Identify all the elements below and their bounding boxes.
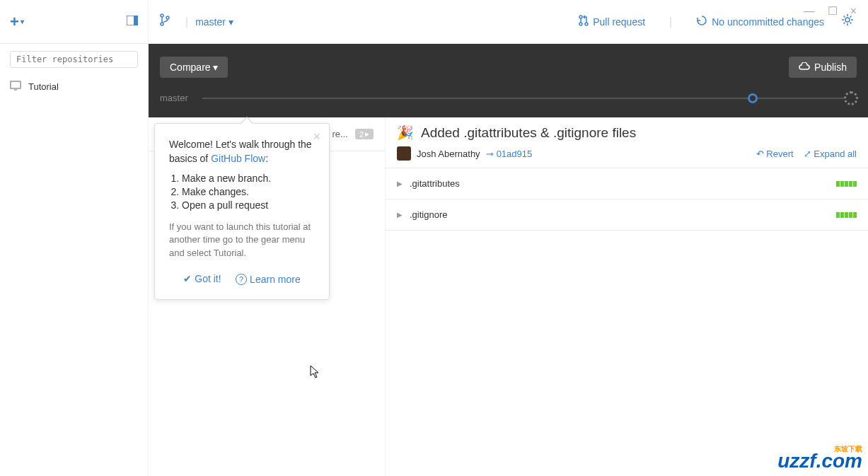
expand-all-button[interactable]: ⤢ Expand all — [804, 149, 857, 159]
compare-button[interactable]: Compare ▾ — [160, 57, 228, 78]
popover-step: Make changes. — [182, 186, 315, 197]
revert-button[interactable]: ↶ Revert — [756, 149, 794, 159]
cloud-icon — [799, 62, 810, 73]
commit-author: Josh Abernathy ⊸ 01ad915 — [397, 146, 532, 161]
history-bar: Compare ▾ Publish master — [149, 44, 868, 117]
plus-icon: + — [10, 13, 19, 31]
monitor-icon — [10, 81, 21, 93]
panel-toggle-button[interactable] — [127, 16, 138, 28]
separator: | — [185, 16, 188, 28]
filter-box — [10, 51, 138, 68]
commit-summary: re... — [332, 129, 347, 139]
branch-icon — [160, 13, 170, 30]
check-icon: ✔ — [183, 273, 192, 284]
cursor-icon — [310, 365, 320, 383]
repo-item[interactable]: Tutorial — [0, 75, 148, 98]
timeline: master — [160, 93, 857, 103]
watermark: 东坡下载 uzzf.com — [777, 444, 862, 472]
close-popover-button[interactable]: × — [313, 129, 320, 144]
commit-sha[interactable]: ⊸ 01ad915 — [486, 149, 533, 159]
branch-dropdown[interactable]: master ▾ — [195, 16, 233, 28]
svg-rect-1 — [134, 16, 138, 25]
uncommitted-dot[interactable] — [844, 91, 858, 105]
diff-additions — [836, 212, 857, 218]
separator: | — [669, 16, 672, 28]
avatar — [397, 146, 411, 161]
branch-selector: | master ▾ — [149, 0, 565, 43]
chevron-right-icon: ▶ — [397, 180, 403, 187]
diff-additions — [836, 181, 857, 187]
got-it-button[interactable]: ✔ Got it! — [183, 273, 221, 284]
close-button[interactable]: × — [850, 6, 857, 17]
party-icon: 🎉 — [397, 124, 414, 141]
repo-name: Tutorial — [28, 81, 59, 92]
commit-meta: Josh Abernathy ⊸ 01ad915 ↶ Revert ⤢ Expa… — [397, 146, 857, 161]
github-flow-link[interactable]: GitHub Flow — [211, 153, 265, 164]
minimize-button[interactable]: — — [804, 6, 815, 17]
popover-step: Open a pull request — [182, 199, 315, 211]
svg-point-5 — [579, 16, 582, 18]
popover-steps: Make a new branch. Make changes. Open a … — [182, 173, 315, 211]
maximize-button[interactable]: ☐ — [828, 6, 838, 17]
add-repo-button[interactable]: +▾ — [10, 13, 24, 31]
sidebar-header: +▾ — [0, 0, 149, 43]
svg-point-7 — [585, 23, 588, 25]
pull-request-icon — [579, 15, 589, 28]
commit-title: 🎉 Added .gitattributes & .gitignore file… — [397, 124, 857, 141]
svg-point-2 — [161, 14, 163, 17]
content-split: re... 2 ▸ × Welcome! Let's walk through … — [149, 117, 868, 476]
popover-actions: ✔ Got it! ? Learn more — [169, 272, 315, 285]
window-controls: — ☐ × — [792, 0, 868, 23]
file-name: ▶ .gitignore — [397, 209, 447, 220]
chevron-right-icon: ▶ — [397, 211, 403, 219]
file-count-badge: 2 ▸ — [355, 129, 374, 139]
commit-icon: ⊸ — [486, 149, 494, 159]
commit-list-pane: re... 2 ▸ × Welcome! Let's walk through … — [149, 117, 386, 476]
commit-dot[interactable] — [748, 93, 758, 103]
publish-button[interactable]: Publish — [789, 57, 857, 78]
svg-rect-9 — [11, 81, 21, 88]
commit-actions: ↶ Revert ⤢ Expand all — [756, 149, 857, 159]
caret-down-icon: ▾ — [21, 18, 24, 25]
svg-point-4 — [166, 16, 169, 19]
top-toolbar: +▾ | master ▾ Pull request | No uncommit… — [0, 0, 868, 44]
popover-footnote: If you want to launch this tutorial at a… — [169, 221, 315, 260]
filter-input[interactable] — [10, 51, 138, 68]
diff-pane: 🎉 Added .gitattributes & .gitignore file… — [386, 117, 868, 476]
main: Tutorial Compare ▾ Publish master — [0, 44, 868, 476]
author-name: Josh Abernathy — [417, 149, 480, 159]
content: Compare ▾ Publish master re... 2 ▸ — [149, 44, 868, 476]
sync-icon — [696, 15, 707, 28]
popover-step: Make a new branch. — [182, 173, 315, 184]
sidebar: Tutorial — [0, 44, 149, 476]
pull-request-button[interactable]: Pull request — [579, 15, 645, 28]
tutorial-popover: × Welcome! Let's walk through the basics… — [154, 123, 330, 300]
popover-welcome: Welcome! Let's walk through the basics o… — [169, 138, 315, 166]
timeline-track[interactable] — [202, 98, 857, 99]
svg-point-3 — [161, 23, 163, 25]
learn-more-button[interactable]: ? Learn more — [236, 274, 301, 285]
svg-point-6 — [579, 23, 582, 25]
file-row[interactable]: ▶ .gitattributes — [386, 168, 868, 199]
panel-icon — [127, 16, 138, 25]
file-name: ▶ .gitattributes — [397, 178, 460, 189]
question-icon: ? — [236, 274, 247, 285]
file-row[interactable]: ▶ .gitignore — [386, 199, 868, 231]
commit-header: 🎉 Added .gitattributes & .gitignore file… — [386, 117, 868, 168]
timeline-label: master — [160, 93, 188, 103]
